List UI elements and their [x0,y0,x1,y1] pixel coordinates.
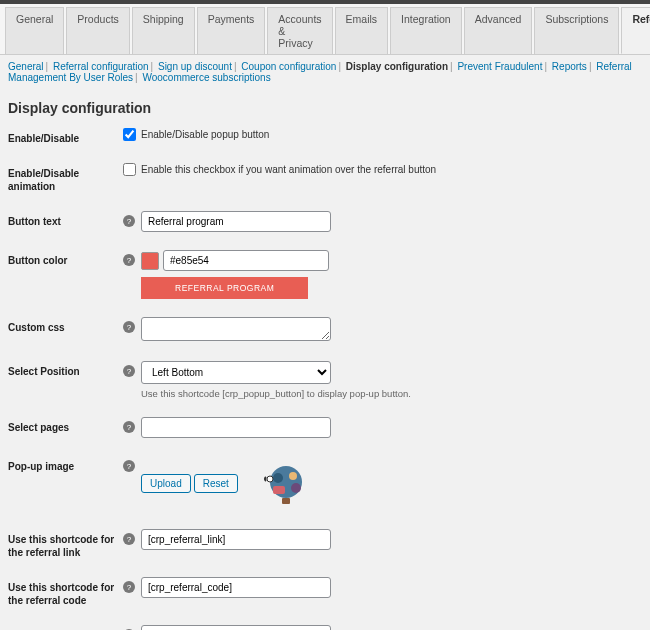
tab-shipping[interactable]: Shipping [132,7,195,54]
tab-integration[interactable]: Integration [390,7,462,54]
label-button-text: Button text [8,211,123,228]
tab-products[interactable]: Products [66,7,129,54]
subnav-general[interactable]: General [8,61,44,72]
svg-rect-3 [273,486,285,494]
subnav-display-config[interactable]: Display configuration [346,61,448,72]
tab-advanced[interactable]: Advanced [464,7,533,54]
label-select-pages: Select pages [8,417,123,434]
page-title: Display configuration [8,100,642,116]
nav-tabs: General Products Shipping Payments Accou… [0,4,650,55]
button-preview: REFERRAL PROGRAM [141,277,308,299]
shortcode-link-input[interactable] [141,529,331,550]
help-icon[interactable]: ? [123,254,135,266]
tab-accounts-privacy[interactable]: Accounts & Privacy [267,7,332,54]
help-icon[interactable]: ? [123,321,135,333]
shortcode-dashboard-input[interactable] [141,625,331,630]
subnav-reports[interactable]: Reports [552,61,587,72]
svg-rect-6 [282,498,290,504]
custom-css-input[interactable] [141,317,331,341]
color-swatch[interactable] [141,252,159,270]
position-select[interactable]: Left Bottom [141,361,331,384]
select-pages-input[interactable] [141,417,331,438]
enable-checkbox[interactable] [123,128,136,141]
label-animation: Enable/Disable animation [8,163,123,193]
help-icon[interactable]: ? [123,365,135,377]
svg-point-5 [267,476,273,482]
label-select-position: Select Position [8,361,123,378]
label-popup-image: Pop-up image [8,456,123,473]
label-custom-css: Custom css [8,317,123,334]
tab-subscriptions[interactable]: Subscriptions [534,7,619,54]
label-shortcode-code: Use this shortcode for the referral code [8,577,123,607]
button-text-input[interactable] [141,211,331,232]
animation-text: Enable this checkbox if you want animati… [141,164,436,175]
popup-image-preview [258,456,313,511]
label-shortcode-dashboard: Use this shortcode for the customer refe… [8,625,123,630]
help-icon[interactable]: ? [123,581,135,593]
tab-referrals[interactable]: Referrals [621,7,650,54]
upload-button[interactable]: Upload [141,474,191,493]
label-enable: Enable/Disable [8,128,123,145]
subnav-signup-discount[interactable]: Sign up discount [158,61,232,72]
subnav: General| Referral configuration| Sign up… [0,55,650,89]
subnav-woo-subscriptions[interactable]: Woocommerce subscriptions [142,72,270,83]
label-button-color: Button color [8,250,123,267]
button-color-input[interactable] [163,250,329,271]
shortcode-code-input[interactable] [141,577,331,598]
svg-point-1 [273,473,283,483]
animation-checkbox[interactable] [123,163,136,176]
tab-general[interactable]: General [5,7,64,54]
reset-button[interactable]: Reset [194,474,238,493]
help-icon[interactable]: ? [123,533,135,545]
enable-text: Enable/Disable popup button [141,129,269,140]
tab-emails[interactable]: Emails [335,7,389,54]
subnav-coupon-config[interactable]: Coupon configuration [241,61,336,72]
tab-payments[interactable]: Payments [197,7,266,54]
subnav-prevent-fraud[interactable]: Prevent Fraudulent [457,61,542,72]
svg-point-4 [291,483,301,493]
subnav-referral-config[interactable]: Referral configuration [53,61,149,72]
help-icon[interactable]: ? [123,460,135,472]
svg-point-2 [289,472,297,480]
help-icon[interactable]: ? [123,421,135,433]
position-note: Use this shortcode [crp_popup_button] to… [141,388,642,399]
help-icon[interactable]: ? [123,215,135,227]
label-shortcode-link: Use this shortcode for the referral link [8,529,123,559]
